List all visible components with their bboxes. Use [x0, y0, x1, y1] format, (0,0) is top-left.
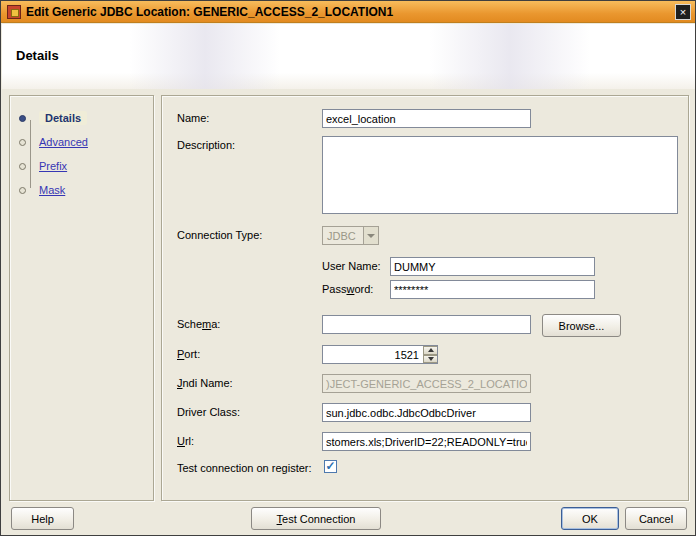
port-label: Port: [177, 348, 200, 360]
test-on-register-label: Test connection on register: [177, 462, 312, 474]
port-spin-up-button[interactable] [423, 346, 437, 355]
bullet-icon [19, 115, 26, 122]
user-name-label: User Name: [322, 260, 381, 272]
nav-connector-line [30, 120, 31, 188]
sidebar-item-details[interactable]: Details [19, 109, 87, 127]
port-spin-down-button[interactable] [423, 355, 437, 364]
schema-label: Schema: [177, 318, 220, 330]
jndi-name-label: Jndi Name: [177, 377, 233, 389]
form-panel: Name: Description: Connection Type: JDBC… [161, 95, 689, 501]
title-bar: Edit Generic JDBC Location: GENERIC_ACCE… [1, 1, 695, 23]
banner-decoration [130, 24, 280, 89]
header-banner: Details [2, 24, 696, 89]
edit-jdbc-location-dialog: Edit Generic JDBC Location: GENERIC_ACCE… [0, 0, 696, 536]
banner-decoration [430, 24, 590, 89]
ok-button[interactable]: OK [561, 507, 619, 530]
password-input[interactable] [390, 280, 595, 299]
nav-panel: Details Advanced Prefix Mask [9, 95, 154, 501]
port-stepper [322, 345, 438, 364]
bullet-icon [19, 187, 26, 194]
help-button[interactable]: Help [11, 507, 74, 530]
bullet-icon [19, 139, 26, 146]
driver-class-label: Driver Class: [177, 406, 240, 418]
bullet-icon [19, 163, 26, 170]
sidebar-item-label: Mask [39, 184, 65, 196]
test-on-register-checkbox[interactable]: ✓ [324, 460, 337, 473]
driver-class-input[interactable] [322, 403, 531, 422]
jndi-name-input [322, 374, 531, 393]
connection-type-label: Connection Type: [177, 229, 262, 241]
chevron-down-icon [363, 227, 378, 244]
sidebar-item-prefix[interactable]: Prefix [19, 157, 67, 175]
page-title: Details [16, 48, 59, 63]
connection-type-select: JDBC [322, 226, 379, 245]
sidebar-item-advanced[interactable]: Advanced [19, 133, 88, 151]
description-label: Description: [177, 139, 235, 151]
sidebar-item-label: Advanced [39, 136, 88, 148]
name-label: Name: [177, 112, 209, 124]
schema-input[interactable] [322, 315, 531, 334]
url-label: Url: [177, 435, 194, 447]
url-input[interactable] [322, 432, 531, 451]
user-name-input[interactable] [390, 257, 595, 276]
sidebar-item-label: Prefix [39, 160, 67, 172]
window-icon [7, 5, 21, 19]
name-input[interactable] [322, 109, 531, 128]
close-icon[interactable]: × [675, 4, 691, 20]
browse-button[interactable]: Browse... [542, 314, 621, 337]
description-input[interactable] [322, 136, 678, 214]
port-input[interactable] [323, 346, 423, 363]
window-title: Edit Generic JDBC Location: GENERIC_ACCE… [26, 5, 393, 19]
password-label: Password: [322, 283, 373, 295]
sidebar-item-label: Details [39, 111, 87, 125]
test-connection-button[interactable]: Test Connection [251, 507, 381, 530]
sidebar-item-mask[interactable]: Mask [19, 181, 65, 199]
cancel-button[interactable]: Cancel [625, 507, 687, 530]
connection-type-value: JDBC [323, 230, 363, 242]
